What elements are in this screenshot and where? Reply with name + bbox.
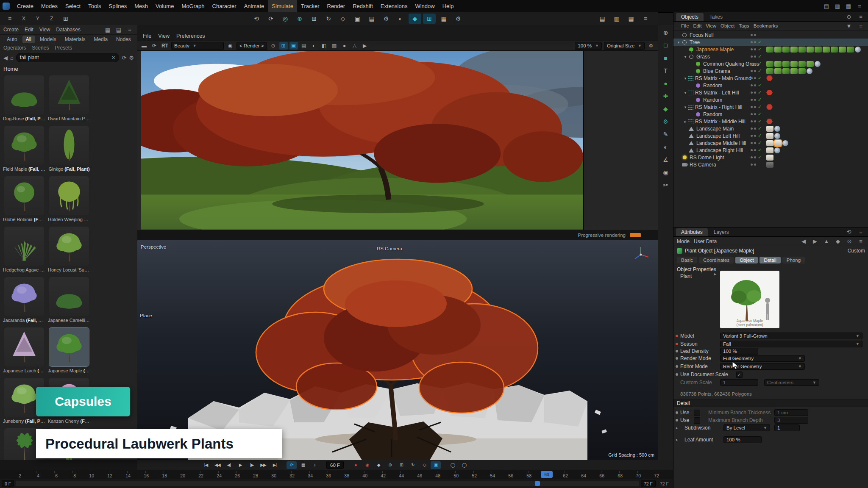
viewport-menu-preferences[interactable]: Preferences bbox=[173, 33, 208, 41]
visibility-dots[interactable] bbox=[751, 164, 756, 166]
visibility-dots[interactable] bbox=[751, 84, 756, 86]
material-tag[interactable] bbox=[766, 47, 773, 53]
grid-snap-button[interactable]: ⊞ bbox=[423, 14, 436, 24]
record-pla-button[interactable]: ▣ bbox=[431, 461, 441, 469]
modeling-cube-tool[interactable]: ■ bbox=[660, 53, 671, 63]
material-tag[interactable] bbox=[823, 47, 830, 53]
tab-objects[interactable]: Objects bbox=[676, 13, 704, 21]
app-logo[interactable] bbox=[3, 3, 10, 10]
value-field[interactable]: Render Geometry▼ bbox=[720, 363, 805, 370]
object-row-rs-matrix-main-ground[interactable]: ▾RS Matrix - Main Ground✓ bbox=[673, 75, 868, 82]
material-tag[interactable] bbox=[798, 68, 806, 74]
asset-item-japanese-larch[interactable]: Japanese Larch (Fall, Plant) bbox=[3, 327, 45, 374]
enabled-check-icon[interactable]: ✓ bbox=[758, 61, 763, 67]
material-tag[interactable] bbox=[774, 68, 782, 74]
asset-item-dog-rose[interactable]: Dog-Rose (Fall, Plant) bbox=[3, 75, 45, 122]
visibility-dots[interactable] bbox=[751, 142, 756, 144]
object-row-landscape-left-hill[interactable]: Landscape Left Hill✓ bbox=[673, 132, 868, 139]
section-tab-detail[interactable]: Detail bbox=[760, 257, 780, 263]
filter-tab-materials[interactable]: Materials bbox=[61, 36, 89, 43]
dof-icon[interactable]: ⊙ bbox=[269, 42, 278, 50]
settings-gear-tool[interactable]: ⚙ bbox=[660, 116, 671, 127]
to-picture-viewer-icon[interactable]: ▶ bbox=[361, 42, 369, 50]
layout-c-button[interactable]: ▦ bbox=[625, 14, 637, 24]
menu-character[interactable]: Character bbox=[209, 0, 240, 12]
workplane-button[interactable]: ▦ bbox=[437, 14, 450, 24]
material-tag[interactable] bbox=[831, 47, 838, 53]
enabled-check-icon[interactable]: ✓ bbox=[758, 155, 763, 160]
ram-preview-button[interactable]: ▦ bbox=[298, 461, 308, 469]
menu-help[interactable]: Help bbox=[439, 0, 458, 12]
asset-item-honey-locust-sunburst[interactable]: Honey Locust 'Sunburst' (Fall, Plant) bbox=[48, 227, 90, 273]
enabled-check-icon[interactable]: ✓ bbox=[758, 75, 763, 81]
redshift-proxy-icon[interactable] bbox=[766, 90, 773, 96]
object-row-common-quaking-grass[interactable]: Common Quaking Grass✓ bbox=[673, 60, 868, 67]
asset-item-globe-robinia[interactable]: Globe Robinia (Fall, Plant) bbox=[3, 176, 45, 222]
enabled-check-icon[interactable]: ✓ bbox=[758, 126, 763, 131]
viewport-menu-file[interactable]: File bbox=[140, 33, 154, 41]
value-field[interactable]: Fall▼ bbox=[720, 341, 862, 347]
enabled-check-icon[interactable]: ✓ bbox=[758, 104, 763, 110]
visibility-dots[interactable] bbox=[751, 48, 756, 50]
redshift-proxy-icon[interactable] bbox=[766, 119, 773, 125]
solo-button[interactable]: ◯ bbox=[448, 461, 458, 469]
compare-icon[interactable]: ▥ bbox=[330, 42, 339, 50]
material-tag[interactable] bbox=[798, 47, 806, 53]
animation-dot[interactable] bbox=[676, 419, 678, 421]
value-field[interactable]: Variant 3 Full-Grown▼ bbox=[720, 333, 862, 339]
last-tool-button[interactable]: ◇ bbox=[337, 14, 349, 24]
range-scrub-handle[interactable] bbox=[535, 481, 540, 486]
magic-solo-button[interactable]: ◐ bbox=[394, 14, 407, 24]
simulation-tool[interactable]: ◆ bbox=[660, 104, 671, 114]
axis-z-lock-button[interactable]: Z bbox=[45, 14, 58, 24]
menu-modes[interactable]: Modes bbox=[37, 0, 61, 12]
scale-tool-button[interactable]: ⊞ bbox=[308, 14, 320, 24]
transform-tool[interactable]: ⊕ bbox=[660, 28, 671, 38]
material-tag[interactable] bbox=[790, 61, 798, 67]
search-clear-icon[interactable]: ✕ bbox=[111, 55, 115, 61]
user-data-button[interactable]: User Data bbox=[694, 238, 717, 244]
place-tool-label[interactable]: Place bbox=[140, 313, 152, 318]
object-row-random[interactable]: Random✓ bbox=[673, 82, 868, 89]
selection-frame-tool[interactable]: □ bbox=[660, 40, 671, 50]
visibility-dots[interactable] bbox=[751, 34, 756, 36]
expander-icon[interactable]: ▸ bbox=[676, 438, 678, 442]
render-picture-viewer-button[interactable]: ▤ bbox=[365, 14, 378, 24]
live-selection-tool-button[interactable]: ◎ bbox=[279, 14, 292, 24]
texture-tag[interactable] bbox=[766, 155, 773, 161]
material-tag[interactable] bbox=[774, 61, 782, 67]
material-tag[interactable] bbox=[782, 47, 790, 53]
texture-tag[interactable] bbox=[774, 140, 782, 146]
prev-key-button[interactable]: ◀◀ bbox=[212, 461, 223, 469]
om-menu-icon[interactable]: ≡ bbox=[857, 13, 865, 21]
grid-view-icon[interactable]: ▦ bbox=[103, 26, 112, 33]
settings-icon[interactable]: ≡ bbox=[857, 238, 865, 245]
enabled-check-icon[interactable]: ✓ bbox=[758, 68, 763, 74]
visibility-dots[interactable] bbox=[751, 106, 756, 108]
layout-quad-view-icon[interactable]: ▦ bbox=[844, 3, 853, 10]
om-search-icon[interactable]: ⊙ bbox=[845, 13, 853, 21]
object-row-blue-grama[interactable]: Blue Grama✓ bbox=[673, 67, 868, 75]
interface-toggle-icon[interactable]: ≡ bbox=[855, 3, 864, 10]
visibility-dots[interactable] bbox=[751, 77, 756, 79]
breadcrumb-label[interactable]: Home bbox=[3, 66, 18, 72]
next-frame-button[interactable]: |▶ bbox=[247, 461, 257, 469]
current-frame-marker[interactable]: 60 bbox=[541, 471, 553, 478]
expander-icon[interactable]: ▾ bbox=[683, 76, 688, 80]
axis-y-lock-button[interactable]: Y bbox=[31, 14, 44, 24]
sub-tab-scenes[interactable]: Scenes bbox=[32, 45, 49, 51]
nav-back-icon[interactable]: ◀ bbox=[799, 238, 808, 245]
material-tag[interactable] bbox=[782, 61, 790, 67]
nav-up-icon[interactable]: ▲ bbox=[822, 238, 831, 245]
camera-tool[interactable]: ◉ bbox=[660, 167, 671, 177]
denoise-icon[interactable]: ◐ bbox=[310, 42, 318, 50]
filter-tab-media[interactable]: Media bbox=[90, 36, 111, 43]
play-button[interactable]: ▶ bbox=[235, 461, 245, 469]
enabled-check-icon[interactable]: ✓ bbox=[758, 47, 763, 52]
object-row-landscape-right-hill[interactable]: Landscape Right Hill✓ bbox=[673, 147, 868, 154]
nav-forward-icon[interactable]: ▶ bbox=[811, 238, 819, 245]
om-menu-bookmarks[interactable]: Bookmarks bbox=[751, 23, 780, 28]
expander-icon[interactable]: ▾ bbox=[683, 91, 688, 95]
section-tab-coordinates[interactable]: Coordinates bbox=[699, 257, 734, 263]
asset-item-field-maple[interactable]: Field Maple (Fall, Plant) bbox=[3, 126, 45, 172]
